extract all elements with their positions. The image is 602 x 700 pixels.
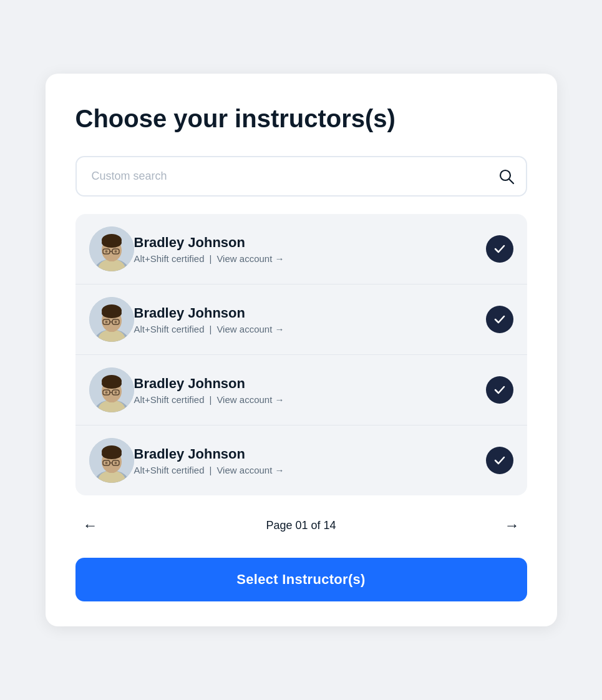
svg-point-49 <box>114 462 117 464</box>
meta-separator: | <box>209 324 211 334</box>
instructor-meta: Alt+Shift certified|View account → <box>134 253 486 264</box>
instructor-item[interactable]: Bradley JohnsonAlt+Shift certified|View … <box>75 355 527 425</box>
svg-line-1 <box>509 179 513 183</box>
meta-separator: | <box>209 253 211 264</box>
main-card: Choose your instructors(s) <box>46 74 557 626</box>
prev-page-button[interactable]: ← <box>78 513 103 538</box>
instructor-info: Bradley JohnsonAlt+Shift certified|View … <box>134 446 486 475</box>
checkmark-icon <box>493 313 507 326</box>
next-arrow-icon: → <box>504 517 519 534</box>
svg-point-12 <box>105 250 107 253</box>
avatar <box>89 226 134 271</box>
pagination: ← Page 01 of 14 → <box>75 513 527 538</box>
avatar-image <box>89 367 134 412</box>
svg-point-36 <box>105 391 107 394</box>
meta-separator: | <box>209 394 211 405</box>
instructor-name: Bradley Johnson <box>134 235 486 251</box>
search-icon <box>498 168 515 185</box>
svg-point-48 <box>105 462 107 464</box>
instructor-name: Bradley Johnson <box>134 305 486 321</box>
svg-point-20 <box>102 308 122 318</box>
selected-check-badge[interactable] <box>486 235 513 263</box>
svg-point-8 <box>102 238 122 248</box>
instructors-list: Bradley JohnsonAlt+Shift certified|View … <box>75 214 527 495</box>
svg-point-44 <box>102 449 122 459</box>
svg-point-25 <box>114 321 117 323</box>
checkmark-icon <box>493 383 507 397</box>
view-account-link[interactable]: View account → <box>216 394 284 405</box>
selected-check-badge[interactable] <box>486 447 513 474</box>
svg-point-24 <box>105 321 107 323</box>
instructor-meta: Alt+Shift certified|View account → <box>134 394 486 405</box>
avatar-image <box>89 297 134 342</box>
svg-point-37 <box>114 391 117 394</box>
instructor-info: Bradley JohnsonAlt+Shift certified|View … <box>134 376 486 405</box>
prev-arrow-icon: ← <box>83 517 98 534</box>
checkmark-icon <box>493 454 507 467</box>
selected-check-badge[interactable] <box>486 306 513 333</box>
instructor-meta: Alt+Shift certified|View account → <box>134 465 486 475</box>
certification-badge: Alt+Shift certified <box>134 394 205 405</box>
selected-check-badge[interactable] <box>486 376 513 404</box>
meta-separator: | <box>209 465 211 475</box>
certification-badge: Alt+Shift certified <box>134 465 205 475</box>
instructor-item[interactable]: Bradley JohnsonAlt+Shift certified|View … <box>75 214 527 284</box>
avatar-image <box>89 438 134 483</box>
instructor-info: Bradley JohnsonAlt+Shift certified|View … <box>134 305 486 334</box>
view-account-link[interactable]: View account → <box>216 253 284 264</box>
page-title: Choose your instructors(s) <box>75 104 527 134</box>
certification-badge: Alt+Shift certified <box>134 253 205 264</box>
svg-point-13 <box>114 250 117 253</box>
avatar <box>89 367 134 412</box>
instructor-info: Bradley JohnsonAlt+Shift certified|View … <box>134 235 486 264</box>
instructor-item[interactable]: Bradley JohnsonAlt+Shift certified|View … <box>75 284 527 355</box>
instructor-name: Bradley Johnson <box>134 446 486 462</box>
pagination-text: Page 01 of 14 <box>266 519 336 532</box>
search-input[interactable] <box>75 156 527 197</box>
instructor-item[interactable]: Bradley JohnsonAlt+Shift certified|View … <box>75 425 527 495</box>
view-account-link[interactable]: View account → <box>216 465 284 475</box>
checkmark-icon <box>493 242 507 256</box>
select-instructors-button[interactable]: Select Instructor(s) <box>75 558 527 601</box>
instructor-name: Bradley Johnson <box>134 376 486 392</box>
avatar <box>89 297 134 342</box>
avatar-image <box>89 226 134 271</box>
certification-badge: Alt+Shift certified <box>134 324 205 334</box>
view-account-link[interactable]: View account → <box>216 324 284 334</box>
instructor-meta: Alt+Shift certified|View account → <box>134 324 486 334</box>
search-container <box>75 156 527 197</box>
svg-point-32 <box>102 379 122 389</box>
next-page-button[interactable]: → <box>499 513 524 538</box>
search-button[interactable] <box>498 168 515 185</box>
avatar <box>89 438 134 483</box>
